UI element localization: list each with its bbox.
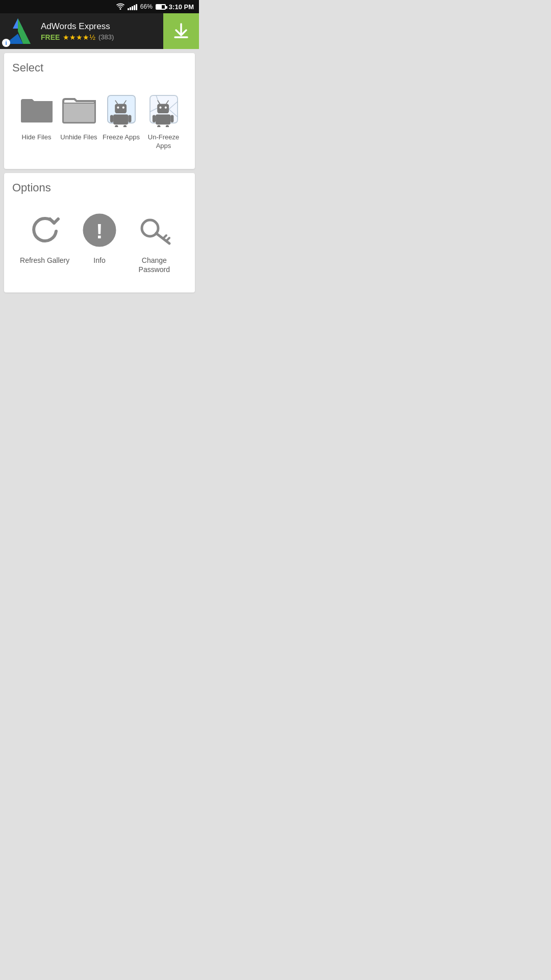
options-title: Options [12,181,187,194]
signal-icon [128,3,137,10]
svg-point-0 [119,8,121,10]
status-bar: 66% 3:10 PM [0,0,199,13]
info-item[interactable]: ! Info [72,210,127,265]
select-title: Select [12,61,187,75]
wifi-icon [116,3,124,10]
svg-rect-26 [165,125,168,127]
freeze-apps-label: Freeze Apps [103,133,140,142]
hide-files-label: Hide Files [22,133,52,142]
svg-rect-22 [156,114,170,125]
main-content: Select Hide Files Unhid [0,49,199,297]
info-label: Info [93,256,105,265]
svg-rect-15 [123,125,126,127]
freeze-apps-icon [102,90,140,128]
battery-icon [156,4,166,10]
unhide-files-item[interactable]: Unhide Files [60,90,98,142]
change-password-label: Change Password [127,256,182,274]
unfreeze-apps-item[interactable]: Un-Freeze Apps [144,90,183,151]
change-password-item[interactable]: Change Password [127,210,182,274]
svg-rect-14 [115,125,118,127]
ad-free-label: FREE [41,33,60,41]
download-icon [172,22,190,40]
ad-banner[interactable]: i AdWords Express FREE ★★★★½ (383) [0,13,199,49]
select-card: Select Hide Files Unhid [4,53,195,169]
time-display: 3:10 PM [169,3,194,11]
ad-info: AdWords Express FREE ★★★★½ (383) [36,17,163,45]
svg-point-18 [159,106,161,108]
unfreeze-apps-icon [144,90,183,128]
info-badge-icon: i [2,39,10,47]
unhide-files-label: Unhide Files [60,133,97,142]
svg-point-8 [122,106,124,108]
options-card: Options Refresh Gallery ! [4,173,195,292]
svg-line-32 [166,238,169,241]
refresh-gallery-item[interactable]: Refresh Gallery [17,210,72,265]
download-button[interactable] [163,13,199,49]
svg-point-7 [117,106,119,108]
info-icon: ! [79,210,120,251]
options-grid: Refresh Gallery ! Info [12,210,187,284]
select-grid: Hide Files Unhide Files [12,90,187,161]
svg-rect-12 [110,115,113,122]
unfreeze-apps-label: Un-Freeze Apps [144,133,183,151]
svg-point-19 [164,106,166,108]
refresh-gallery-icon [24,210,65,251]
ad-title: AdWords Express [41,21,158,32]
svg-text:!: ! [96,220,103,242]
ad-reviews: (383) [98,33,114,41]
ad-stars: ★★★★½ [63,33,95,41]
freeze-apps-item[interactable]: Freeze Apps [102,90,140,142]
unhide-files-icon [60,90,98,128]
ad-app-icon: i [0,13,36,49]
svg-rect-6 [115,104,127,113]
svg-rect-24 [170,115,173,122]
svg-rect-23 [152,115,155,122]
refresh-gallery-label: Refresh Gallery [20,256,69,265]
svg-rect-25 [157,125,160,127]
svg-rect-13 [128,115,131,122]
svg-rect-11 [113,114,128,125]
change-password-icon [134,210,174,251]
hide-files-icon [17,90,56,128]
battery-percentage: 66% [140,3,153,10]
hide-files-item[interactable]: Hide Files [17,90,56,142]
svg-line-31 [163,235,166,238]
svg-rect-17 [157,104,169,113]
